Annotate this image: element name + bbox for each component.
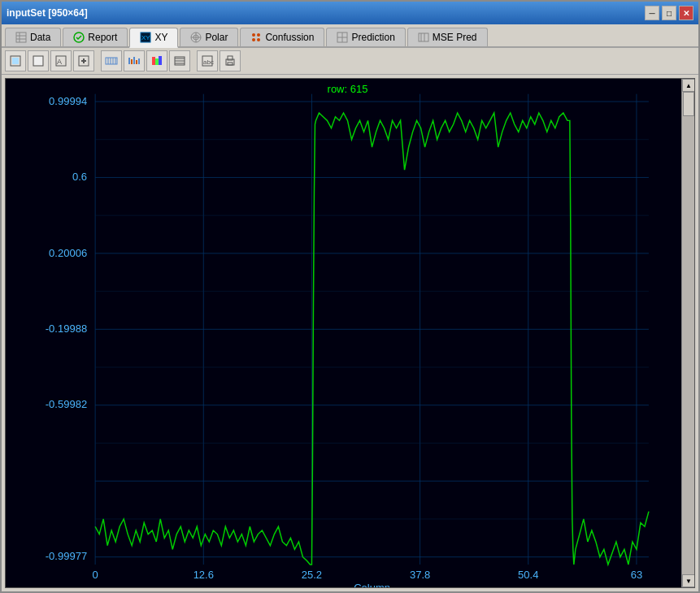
chart-inner: 0.99994 0.6 0.20006 -0.19988 -0.59982 -0… [6, 79, 681, 587]
report-tab-icon [73, 32, 85, 43]
scrollbar-vertical: ▲ ▼ [681, 79, 694, 587]
svg-text:-0.59982: -0.59982 [46, 400, 87, 411]
window-title: inputSet [950×64] [7, 7, 88, 19]
chart-svg: 0.99994 0.6 0.20006 -0.19988 -0.59982 -0… [6, 79, 681, 587]
tab-msepred-label: MSE Pred [433, 32, 477, 43]
scroll-up-button[interactable]: ▲ [682, 79, 695, 92]
polar-tab-icon [190, 32, 202, 43]
svg-rect-0 [16, 32, 26, 42]
svg-text:-0.99977: -0.99977 [46, 552, 87, 563]
svg-rect-26 [34, 61, 38, 65]
msepred-tab-icon [418, 32, 429, 43]
main-window: inputSet [950×64] ─ □ ✕ Data Report XY [0, 0, 700, 593]
tab-xy-label: XY [154, 32, 167, 43]
xy-tab-icon: XY [140, 32, 151, 43]
svg-rect-25 [38, 57, 42, 61]
svg-rect-24 [34, 57, 38, 61]
svg-text:37.8: 37.8 [410, 569, 430, 581]
tabs-bar: Data Report XY XY Polar [2, 24, 698, 48]
tab-xy[interactable]: XY XY [129, 28, 178, 48]
tab-polar-label: Polar [205, 32, 228, 43]
title-bar-buttons: ─ □ ✕ [645, 6, 693, 20]
svg-rect-44 [155, 58, 159, 65]
svg-rect-43 [152, 57, 155, 65]
toolbar-btn-2[interactable] [28, 50, 49, 71]
svg-text:0: 0 [93, 569, 98, 581]
minimize-button[interactable]: ─ [645, 6, 659, 20]
svg-text:63: 63 [631, 569, 642, 581]
toolbar: A abc [2, 48, 698, 75]
svg-rect-18 [419, 33, 428, 41]
svg-text:0.99994: 0.99994 [49, 96, 87, 107]
toolbar-btn-3[interactable]: A [50, 50, 72, 71]
svg-text:A: A [57, 58, 62, 66]
svg-text:abc: abc [203, 58, 214, 66]
tab-data-label: Data [30, 32, 50, 43]
data-tab-icon [15, 32, 27, 43]
svg-text:25.2: 25.2 [302, 569, 322, 581]
svg-rect-45 [159, 56, 162, 65]
svg-rect-55 [6, 79, 681, 587]
tab-msepred[interactable]: MSE Pred [407, 28, 488, 46]
svg-text:12.6: 12.6 [193, 569, 214, 581]
svg-text:50.4: 50.4 [518, 569, 538, 581]
toolbar-btn-6[interactable] [124, 50, 145, 71]
toolbar-btn-1[interactable] [5, 50, 26, 71]
svg-text:XY: XY [141, 34, 150, 41]
svg-rect-54 [228, 63, 233, 65]
svg-point-12 [257, 33, 260, 37]
scroll-thumb-v[interactable] [683, 92, 694, 116]
toolbar-btn-print[interactable] [220, 50, 241, 71]
tab-prediction[interactable]: Prediction [326, 28, 405, 46]
svg-text:Column: Column [354, 582, 390, 587]
svg-point-14 [257, 38, 260, 41]
toolbar-btn-5[interactable] [101, 50, 122, 71]
svg-text:0.20006: 0.20006 [49, 248, 87, 259]
close-button[interactable]: ✕ [679, 6, 693, 20]
tab-confussion[interactable]: Confussion [240, 28, 324, 46]
svg-point-13 [252, 38, 255, 41]
title-bar: inputSet [950×64] ─ □ ✕ [2, 2, 698, 24]
scroll-track-v[interactable] [682, 92, 694, 574]
toolbar-btn-8[interactable] [169, 50, 190, 71]
tab-data[interactable]: Data [5, 28, 61, 46]
tab-confussion-label: Confussion [265, 32, 314, 43]
svg-rect-22 [12, 58, 19, 64]
tab-polar[interactable]: Polar [180, 28, 238, 46]
svg-point-11 [252, 33, 255, 37]
chart-container: 0.99994 0.6 0.20006 -0.19988 -0.59982 -0… [5, 78, 695, 588]
maximize-button[interactable]: □ [662, 6, 676, 20]
toolbar-btn-4[interactable] [73, 50, 94, 71]
confussion-tab-icon [250, 32, 262, 43]
tab-report[interactable]: Report [63, 28, 128, 46]
scroll-down-button[interactable]: ▼ [682, 574, 695, 587]
svg-text:0.6: 0.6 [72, 172, 87, 184]
svg-text:row: 615: row: 615 [328, 84, 368, 95]
toolbar-btn-9[interactable]: abc [197, 50, 218, 71]
tab-report-label: Report [88, 32, 117, 43]
prediction-tab-icon [337, 32, 348, 43]
toolbar-btn-7[interactable] [146, 50, 167, 71]
svg-rect-27 [38, 61, 42, 65]
tab-prediction-label: Prediction [351, 32, 394, 43]
svg-text:-0.19988: -0.19988 [46, 323, 87, 335]
